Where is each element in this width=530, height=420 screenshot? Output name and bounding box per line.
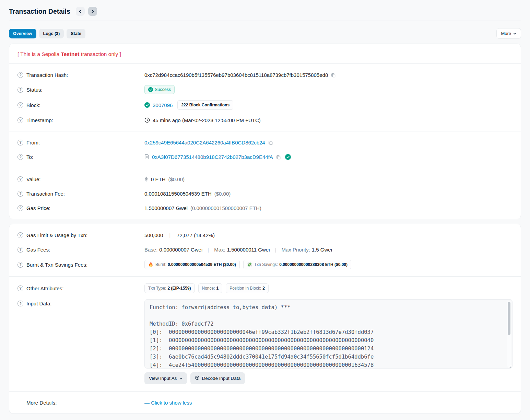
page-header: Transaction Details	[9, 0, 521, 21]
help-icon[interactable]: ?	[17, 285, 23, 291]
resize-grip-icon[interactable]	[507, 363, 511, 368]
help-icon[interactable]: ?	[17, 140, 23, 145]
help-icon[interactable]: ?	[17, 191, 23, 197]
help-icon[interactable]: ?	[17, 232, 23, 238]
burnt-savings-label: Burnt & Txn Savings Fees:	[26, 262, 87, 268]
status-row: ? Status: Success	[17, 82, 513, 97]
view-input-as-label: View Input As	[149, 376, 177, 381]
to-address-link[interactable]: 0xA3f07D6773514480b918C2742b027b3acD9E44…	[152, 154, 273, 160]
hash-status-section: ? Transaction Hash: 0xc72d984ccac6190b5f…	[9, 64, 521, 131]
tab-overview[interactable]: Overview	[9, 29, 36, 38]
from-address-link[interactable]: 0x259c49E65644a020C2A642260a4ffB0CD862cb…	[144, 140, 265, 145]
tab-state[interactable]: State	[67, 29, 85, 38]
block-label: Block:	[26, 102, 40, 108]
copy-hash-button[interactable]	[331, 72, 336, 78]
block-number-link[interactable]: 3007096	[153, 102, 173, 108]
transaction-hash-row: ? Transaction Hash: 0xc72d984ccac6190b5f…	[17, 68, 513, 82]
from-row: ? From: 0x259c49E65644a020C2A642260a4ffB…	[17, 135, 513, 150]
other-attributes-label: Other Attributes:	[26, 285, 63, 291]
help-icon[interactable]: ?	[17, 176, 23, 182]
to-row: ? To: 0xA3f07D6773514480b918C2742b027b3a…	[17, 150, 513, 164]
gas-price-eth: (0.000000001500000007 ETH)	[190, 205, 261, 211]
help-icon[interactable]: ?	[17, 247, 23, 253]
check-circle-icon	[144, 102, 150, 108]
help-icon[interactable]: ?	[17, 102, 23, 108]
input-data-scrollbar[interactable]	[507, 301, 511, 367]
more-details-row: More Details: — Click to show less	[17, 395, 513, 410]
timestamp-label: Timestamp:	[26, 117, 53, 123]
gas-limit-value: 500,000	[144, 232, 163, 238]
help-icon[interactable]: ?	[17, 205, 23, 211]
copy-to-address-button[interactable]	[276, 154, 281, 160]
gas-limit-usage-row: ? Gas Limit & Usage by Txn: 500,000 | 72…	[17, 228, 513, 242]
chevron-down-icon	[179, 376, 182, 381]
view-input-as-button[interactable]: View Input As	[144, 372, 187, 384]
txn-savings-badge: 💸 Txn Savings: 0.000000000000288308 ETH …	[243, 260, 351, 269]
value-fee-section: ? Value: 0 ETH ($0.00) ? Transaction Fee…	[9, 168, 521, 219]
tab-logs[interactable]: Logs (3)	[39, 29, 64, 38]
pipe-separator: |	[275, 247, 276, 253]
txn-type-badge: Txn Type: 2 (EIP-1559)	[144, 283, 195, 293]
position-in-block-badge: Position In Block: 2	[226, 283, 269, 293]
previous-transaction-button[interactable]	[76, 7, 85, 16]
gas-price-row: ? Gas Price: 1.500000007 Gwei (0.0000000…	[17, 201, 513, 215]
money-wings-icon: 💸	[247, 262, 252, 267]
clock-icon	[144, 117, 150, 123]
help-icon[interactable]: ?	[17, 87, 23, 93]
input-data-row: ? Input Data: Function: forward(address …	[17, 296, 513, 387]
more-button[interactable]: More	[496, 28, 521, 39]
show-less-toggle-link[interactable]: — Click to show less	[144, 400, 192, 406]
status-badge: Success	[144, 85, 175, 94]
testnet-warning-section: [ This is a Sepolia Testnet transaction …	[9, 44, 521, 63]
burnt-badge: 🔥 Burnt: 0.000000000000504539 ETH ($0.00…	[144, 260, 240, 269]
more-button-label: More	[501, 31, 511, 36]
more-details-label: More Details:	[26, 400, 57, 406]
nonce-badge: Nonce: 1	[198, 283, 223, 293]
tabs-row: Overview Logs (3) State More	[9, 28, 521, 39]
copy-icon	[268, 140, 273, 145]
nonce-value: 1	[216, 286, 219, 291]
attributes-input-section: ? Other Attributes: Txn Type: 2 (EIP-155…	[9, 277, 521, 391]
tab-list: Overview Logs (3) State	[9, 29, 85, 38]
copy-from-address-button[interactable]	[268, 140, 273, 145]
transaction-hash-value: 0xc72d984ccac6190b5f135576eb97b03604bc81…	[144, 72, 328, 78]
more-details-section: More Details: — Click to show less	[9, 392, 521, 413]
pipe-separator: |	[208, 247, 209, 253]
base-fee-label: Base:	[144, 247, 157, 253]
txn-type-label: Txn Type:	[148, 286, 166, 291]
value-row: ? Value: 0 ETH ($0.00)	[17, 172, 513, 186]
txn-savings-badge-value: 0.000000000000288308 ETH ($0.00)	[279, 262, 348, 267]
input-data-box[interactable]: Function: forward(address to,bytes data)…	[144, 299, 513, 369]
copy-icon	[331, 72, 336, 78]
input-data-buttons: View Input As Decode Input Data	[144, 372, 245, 384]
txn-savings-badge-label: Txn Savings:	[254, 262, 278, 267]
warning-suffix: transaction only ]	[79, 51, 121, 57]
transaction-details-page: Transaction Details Overview Logs (3) St…	[0, 0, 530, 414]
testnet-warning: [ This is a Sepolia Testnet transaction …	[17, 51, 513, 57]
transaction-fee-label: Transaction Fee:	[26, 191, 65, 197]
to-label: To:	[26, 154, 33, 160]
transaction-fee-row: ? Transaction Fee: 0.000108115500504539 …	[17, 186, 513, 201]
warning-prefix: [ This is a Sepolia	[17, 51, 61, 57]
transaction-fee-usd: ($0.00)	[214, 191, 231, 197]
help-icon[interactable]: ?	[17, 117, 23, 123]
decode-input-data-button[interactable]: Decode Input Data	[190, 372, 245, 384]
block-row: ? Block: 3007096 222 Block Confirmations	[17, 97, 513, 113]
input-data-label: Input Data:	[26, 301, 51, 306]
help-icon[interactable]: ?	[17, 154, 23, 160]
transaction-hash-label: Transaction Hash:	[26, 72, 68, 78]
verified-check-circle-icon	[285, 154, 291, 160]
chevron-right-icon	[91, 10, 94, 13]
timestamp-value: 45 mins ago (Mar-02-2023 12:55:00 PM +UT…	[153, 117, 261, 123]
nonce-label: Nonce:	[202, 286, 215, 291]
scrollbar-thumb[interactable]	[508, 302, 510, 335]
help-icon[interactable]: ?	[17, 72, 23, 78]
help-icon[interactable]: ?	[17, 301, 23, 306]
gas-price-amount: 1.500000007 Gwei	[144, 205, 188, 211]
max-priority-fee-label: Max Priority:	[281, 247, 310, 253]
fire-icon: 🔥	[148, 262, 153, 267]
value-usd: ($0.00)	[168, 176, 185, 182]
help-icon[interactable]: ?	[17, 262, 23, 268]
next-transaction-button[interactable]	[88, 7, 97, 16]
chevron-down-icon	[513, 31, 517, 36]
